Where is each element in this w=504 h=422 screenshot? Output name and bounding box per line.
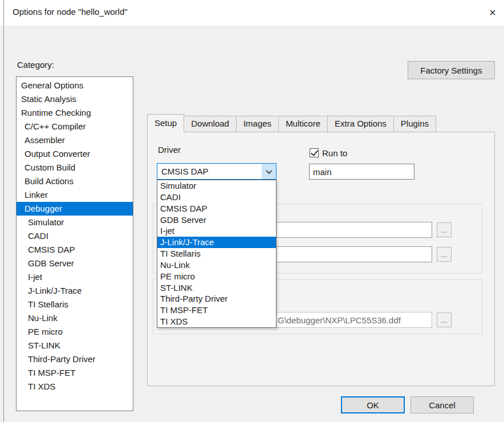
category-item-build-actions[interactable]: Build Actions xyxy=(17,175,133,188)
ok-button[interactable]: OK xyxy=(341,396,405,413)
category-item-output-converter[interactable]: Output Converter xyxy=(17,147,133,161)
category-item-simulator[interactable]: Simulator xyxy=(17,216,133,229)
dropdown-option-ti-xds[interactable]: TI XDS xyxy=(157,316,276,327)
dropdown-option-ti-stellaris[interactable]: TI Stellaris xyxy=(157,248,276,259)
chevron-down-icon xyxy=(262,164,276,179)
category-item-general-options[interactable]: General Options xyxy=(17,79,133,92)
tab-plugins[interactable]: Plugins xyxy=(393,116,436,132)
titlebar: Options for node "hello_world" ✕ xyxy=(0,0,504,26)
driver-label: Driver xyxy=(158,145,181,155)
category-item-linker[interactable]: Linker xyxy=(17,188,133,202)
factory-settings-button[interactable]: Factory Settings xyxy=(408,61,495,79)
tab-setup[interactable]: Setup xyxy=(147,114,184,132)
tab-download[interactable]: Download xyxy=(184,116,237,132)
dropdown-option-j-link-j-trace[interactable]: J-Link/J-Trace xyxy=(157,237,276,248)
category-item-st-link[interactable]: ST-LINK xyxy=(17,339,133,352)
tab-multicore[interactable]: Multicore xyxy=(278,116,328,132)
category-item-ti-msp-fet[interactable]: TI MSP-FET xyxy=(17,366,133,380)
category-label: Category: xyxy=(17,60,54,70)
dropdown-option-ti-msp-fet[interactable]: TI MSP-FET xyxy=(157,305,276,316)
category-item-cmsis-dap[interactable]: CMSIS DAP xyxy=(17,243,133,257)
category-item-custom-build[interactable]: Custom Build xyxy=(17,161,133,175)
driver-combobox-value: CMSIS DAP xyxy=(161,167,209,176)
category-item-ti-xds[interactable]: TI XDS xyxy=(17,380,133,393)
dropdown-option-st-link[interactable]: ST-LINK xyxy=(157,282,276,294)
run-to-input[interactable] xyxy=(309,164,414,180)
category-item-third-party-driver[interactable]: Third-Party Driver xyxy=(17,352,133,366)
window-title: Options for node "hello_world" xyxy=(13,7,128,17)
browse-button-ddf[interactable]: ... xyxy=(437,313,452,327)
category-item-i-jet[interactable]: I-jet xyxy=(17,270,133,284)
dropdown-option-third-party-driver[interactable]: Third-Party Driver xyxy=(157,293,276,305)
dropdown-option-simulator[interactable]: Simulator xyxy=(157,180,276,192)
category-item-gdb-server[interactable]: GDB Server xyxy=(17,257,133,270)
category-item-pe-micro[interactable]: PE micro xyxy=(17,325,133,339)
category-item-c-c-compiler[interactable]: C/C++ Compiler xyxy=(17,120,133,133)
category-item-static-analysis[interactable]: Static Analysis xyxy=(17,92,133,106)
dropdown-option-nu-link[interactable]: Nu-Link xyxy=(157,259,276,271)
category-item-ti-stellaris[interactable]: TI Stellaris xyxy=(17,298,133,311)
category-item-assembler[interactable]: Assembler xyxy=(17,133,133,147)
tab-strip: SetupDownloadImagesMulticoreExtra Option… xyxy=(147,114,436,132)
run-to-label: Run to xyxy=(322,148,347,158)
cancel-button[interactable]: Cancel xyxy=(410,396,474,413)
category-item-j-link-j-trace[interactable]: J-Link/J-Trace xyxy=(17,284,133,298)
category-item-runtime-checking[interactable]: Runtime Checking xyxy=(17,106,133,120)
driver-combobox[interactable]: CMSIS DAP xyxy=(157,163,277,180)
category-item-cadi[interactable]: CADI xyxy=(17,229,133,243)
dropdown-option-cmsis-dap[interactable]: CMSIS DAP xyxy=(157,203,276,214)
options-dialog: Options for node "hello_world" ✕ Categor… xyxy=(0,0,504,422)
driver-dropdown-list: SimulatorCADICMSIS DAPGDB ServerI-jetJ-L… xyxy=(157,180,277,328)
dropdown-option-gdb-server[interactable]: GDB Server xyxy=(157,214,276,226)
dropdown-option-i-jet[interactable]: I-jet xyxy=(157,225,276,237)
run-to-checkbox[interactable] xyxy=(310,148,319,157)
category-item-debugger[interactable]: Debugger xyxy=(17,202,133,216)
ddf-path-text: G\debugger\NXP\LPC55S36.ddf xyxy=(278,315,401,325)
tab-extra-options[interactable]: Extra Options xyxy=(327,116,394,132)
browse-button-1[interactable]: ... xyxy=(437,222,452,237)
close-icon[interactable]: ✕ xyxy=(484,5,501,22)
category-item-nu-link[interactable]: Nu-Link xyxy=(17,311,133,325)
tab-images[interactable]: Images xyxy=(236,116,279,132)
window-left-border xyxy=(3,0,4,422)
category-list: General OptionsStatic AnalysisRuntime Ch… xyxy=(16,76,133,411)
dropdown-option-pe-micro[interactable]: PE micro xyxy=(157,271,276,282)
dropdown-option-cadi[interactable]: CADI xyxy=(157,192,276,203)
browse-button-2[interactable]: ... xyxy=(437,247,452,262)
